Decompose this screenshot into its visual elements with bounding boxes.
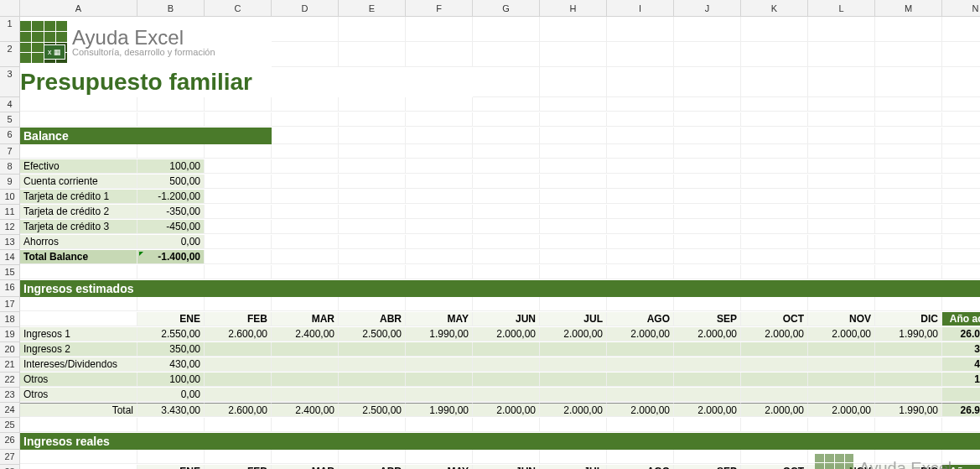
cell[interactable] <box>674 17 741 42</box>
cell[interactable] <box>741 175 808 189</box>
cell[interactable] <box>875 250 942 264</box>
cell[interactable] <box>473 220 540 234</box>
cell[interactable] <box>741 128 808 144</box>
year-header[interactable]: Año actual <box>942 465 980 469</box>
cell[interactable] <box>875 159 942 174</box>
cell[interactable] <box>808 112 875 127</box>
est-value[interactable]: 2.000,00 <box>540 327 607 341</box>
est-value[interactable]: 2.000,00 <box>741 327 808 341</box>
cell[interactable] <box>741 67 808 97</box>
cell[interactable] <box>741 97 808 112</box>
balance-label[interactable]: Tarjeta de crédito 1 <box>20 190 137 204</box>
cell[interactable] <box>942 250 980 264</box>
row-header-18[interactable]: 18 <box>0 312 20 327</box>
cell[interactable] <box>20 97 137 112</box>
cell[interactable] <box>607 265 674 279</box>
cell[interactable] <box>272 97 339 112</box>
cell[interactable] <box>674 175 741 189</box>
cell[interactable] <box>741 17 808 42</box>
cell[interactable] <box>406 159 473 174</box>
cell[interactable] <box>741 205 808 219</box>
est-value[interactable]: 2.000,00 <box>674 327 741 341</box>
est-total-value[interactable]: 2.500,00 <box>339 403 406 417</box>
cell[interactable] <box>205 205 272 219</box>
cell[interactable] <box>607 250 674 264</box>
cell[interactable] <box>808 42 875 67</box>
cell[interactable] <box>406 265 473 279</box>
est-total-value[interactable]: 2.000,00 <box>540 403 607 417</box>
cell[interactable] <box>741 190 808 204</box>
cell[interactable] <box>942 220 980 234</box>
cell[interactable] <box>272 265 339 279</box>
est-value[interactable]: 2.600,00 <box>205 327 272 341</box>
cell[interactable] <box>808 128 875 144</box>
month-header[interactable]: AGO <box>607 465 674 469</box>
col-header-D[interactable]: D <box>272 0 339 17</box>
row-header-19[interactable]: 19 <box>0 327 20 342</box>
cell[interactable] <box>741 250 808 264</box>
cell[interactable] <box>607 17 674 42</box>
cell[interactable] <box>741 235 808 249</box>
cell[interactable] <box>607 235 674 249</box>
cell[interactable] <box>674 97 741 112</box>
cell[interactable] <box>741 42 808 67</box>
est-value[interactable] <box>540 388 607 402</box>
est-value[interactable] <box>540 357 607 372</box>
cell[interactable] <box>406 175 473 189</box>
balance-value[interactable]: -350,00 <box>137 205 205 219</box>
cell[interactable] <box>339 205 406 219</box>
cell[interactable] <box>808 418 875 432</box>
cell[interactable] <box>540 112 607 127</box>
cell[interactable] <box>272 220 339 234</box>
est-value[interactable] <box>808 357 875 372</box>
cell[interactable] <box>607 67 674 97</box>
est-value[interactable]: 1.990,00 <box>875 327 942 341</box>
row-header-6[interactable]: 6 <box>0 128 20 144</box>
est-value[interactable]: 2.500,00 <box>339 327 406 341</box>
cell[interactable] <box>473 175 540 189</box>
est-value[interactable] <box>473 342 540 357</box>
cell[interactable] <box>875 175 942 189</box>
cell[interactable] <box>339 297 406 311</box>
cell[interactable] <box>607 220 674 234</box>
cell[interactable] <box>942 190 980 204</box>
est-row-label[interactable]: Ingresos 2 <box>20 342 137 357</box>
row-header-21[interactable]: 21 <box>0 357 20 373</box>
month-header[interactable]: DIC <box>875 465 942 469</box>
cell[interactable] <box>674 144 741 159</box>
cell[interactable] <box>339 190 406 204</box>
cell[interactable] <box>339 265 406 279</box>
est-value[interactable] <box>540 342 607 357</box>
cell[interactable] <box>607 297 674 311</box>
row-header-8[interactable]: 8 <box>0 159 20 175</box>
col-header-I[interactable]: I <box>607 0 674 17</box>
est-value[interactable] <box>205 342 272 357</box>
est-value[interactable] <box>406 388 473 402</box>
est-year-value[interactable]: 430,00 <box>942 357 980 372</box>
cell[interactable] <box>808 144 875 159</box>
cell[interactable] <box>339 159 406 174</box>
est-value[interactable] <box>808 342 875 357</box>
cell[interactable] <box>205 144 272 159</box>
est-value[interactable] <box>272 357 339 372</box>
col-header-H[interactable]: H <box>540 0 607 17</box>
cell[interactable] <box>875 42 942 67</box>
cell[interactable] <box>942 97 980 112</box>
cell[interactable] <box>205 97 272 112</box>
month-header[interactable]: MAY <box>406 312 473 326</box>
col-header-M[interactable]: M <box>875 0 942 17</box>
cell[interactable] <box>674 235 741 249</box>
col-header-L[interactable]: L <box>808 0 875 17</box>
est-row-label[interactable]: Intereses/Dividendos <box>20 357 137 372</box>
cell[interactable] <box>406 205 473 219</box>
est-value[interactable] <box>741 373 808 387</box>
row-header-10[interactable]: 10 <box>0 190 20 205</box>
cell[interactable] <box>674 220 741 234</box>
cell[interactable] <box>674 42 741 67</box>
cell[interactable] <box>942 144 980 159</box>
cell[interactable] <box>674 159 741 174</box>
month-header[interactable]: ABR <box>339 465 406 469</box>
est-value[interactable]: 1.990,00 <box>406 327 473 341</box>
row-header-16[interactable]: 16 <box>0 280 20 297</box>
row-header-22[interactable]: 22 <box>0 373 20 388</box>
